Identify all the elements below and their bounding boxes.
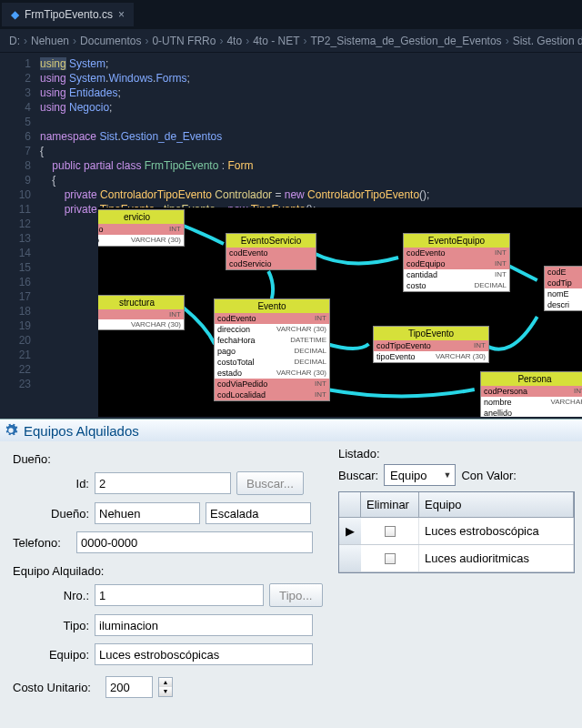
tel-label: Telefono: xyxy=(13,536,71,550)
owner-last-input[interactable] xyxy=(206,502,311,524)
code-editor[interactable]: 1234567891011121314151617181920212223 us… xyxy=(0,53,582,419)
buscar-combo[interactable]: Equipo ▼ xyxy=(384,464,456,486)
cost-input[interactable] xyxy=(105,676,153,698)
window-titlebar: Equipos Alquilados xyxy=(0,420,582,441)
con-valor-label: Con Valor: xyxy=(461,469,516,482)
cost-spinner[interactable]: ▲▼ xyxy=(158,677,173,697)
checkbox[interactable] xyxy=(385,526,396,537)
close-icon[interactable]: × xyxy=(118,8,125,21)
listado-label: Listado: xyxy=(338,447,575,460)
line-gutter: 1234567891011121314151617181920212223 xyxy=(0,53,40,419)
ide-pane: ◆ FrmTipoEvento.cs × D:›Nehuen›Documento… xyxy=(0,0,582,419)
editor-tab[interactable]: ◆ FrmTipoEvento.cs × xyxy=(2,3,134,26)
tab-label: FrmTipoEvento.cs xyxy=(25,8,113,21)
owner-label: Dueño: xyxy=(13,507,89,521)
table-row[interactable]: Luces audioritmicas xyxy=(339,545,574,572)
tel-input[interactable] xyxy=(76,531,313,553)
nro-label: Nro.: xyxy=(13,589,89,602)
table-row[interactable]: ▶Luces estroboscópica xyxy=(339,518,574,545)
tab-bar: ◆ FrmTipoEvento.cs × xyxy=(0,0,582,29)
breadcrumb[interactable]: D:›Nehuen›Documentos›0-UTN FRRo›4to›4to … xyxy=(0,29,582,53)
gear-icon xyxy=(4,423,18,438)
id-input[interactable] xyxy=(95,472,231,494)
equipos-grid[interactable]: EliminarEquipo ▶Luces estroboscópicaLuce… xyxy=(338,491,575,573)
cost-label: Costo Unitario: xyxy=(13,681,100,694)
buscar-button[interactable]: Buscar... xyxy=(236,471,304,495)
rent-section-label: Equipo Alquilado: xyxy=(13,564,327,578)
equipo-input[interactable] xyxy=(95,643,313,665)
tipo-label: Tipo: xyxy=(13,619,89,632)
er-diagram-overlay: erviciocioINTioVARCHAR (30)structuraINTV… xyxy=(98,207,582,417)
csharp-icon: ◆ xyxy=(11,8,19,21)
owner-section-label: Dueño: xyxy=(13,452,327,466)
owner-first-input[interactable] xyxy=(95,502,200,524)
window-title: Equipos Alquilados xyxy=(24,423,139,439)
tipo-button[interactable]: Tipo... xyxy=(269,583,323,607)
winform-window: Equipos Alquilados Dueño: Id: Buscar... … xyxy=(0,419,582,728)
equipo-label: Equipo: xyxy=(13,648,89,662)
chevron-down-icon: ▼ xyxy=(444,470,452,480)
id-label: Id: xyxy=(13,477,89,490)
nro-input[interactable] xyxy=(95,584,264,606)
tipo-input[interactable] xyxy=(95,614,313,636)
checkbox[interactable] xyxy=(385,553,396,564)
buscar-label: Buscar: xyxy=(338,469,378,482)
